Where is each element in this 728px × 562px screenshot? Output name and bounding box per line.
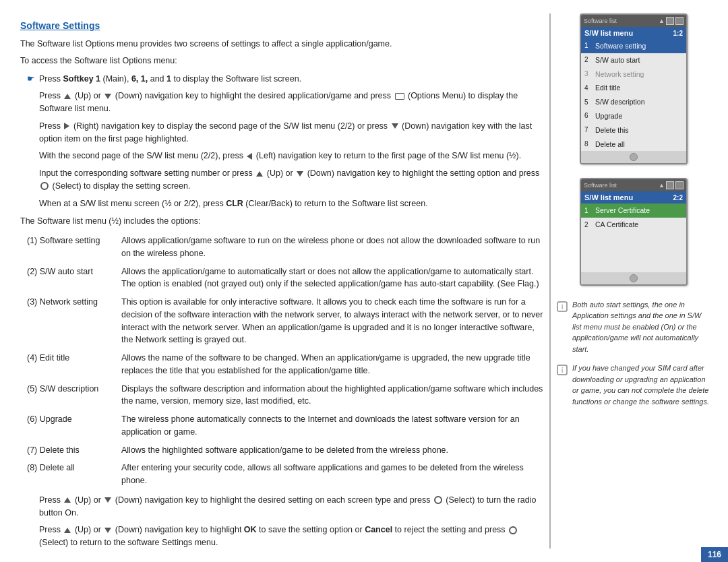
option-item-6: (6) Upgrade The wireless phone automatic… — [27, 413, 546, 439]
bullet-item-6: When at a S/W list menu screen (½ or 2/2… — [20, 197, 546, 210]
bullet-text-4: With the second page of the S/W list men… — [39, 150, 521, 162]
bullet-item-5: Input the corresponding software setting… — [20, 167, 546, 193]
option-label-6: (6) Upgrade — [27, 413, 121, 439]
options-list: (1) Software setting Allows application/… — [27, 235, 546, 487]
phone-item-num-2-2: 2 — [584, 220, 593, 230]
phone-menu-item-1-6: 6 Upgrade — [581, 109, 686, 123]
note-item-2: i If you have changed your SIM card afte… — [556, 363, 711, 407]
divider-line — [549, 13, 551, 549]
phone-item-num-1-5: 5 — [584, 97, 593, 108]
main-content: Software Settings The Software list Opti… — [20, 20, 546, 542]
phone-item-label-1-6: Upgrade — [595, 111, 622, 122]
option-label-1: (1) Software setting — [27, 235, 121, 260]
option-desc-8: After entering your security code, allow… — [121, 462, 546, 487]
phone-header-1: S/W list menu 1:2 — [581, 27, 686, 39]
phone-item-num-1-3: 3 — [584, 69, 593, 80]
note-text-1: Both auto start settings, the one in App… — [572, 299, 711, 355]
section-title: Software Settings — [20, 20, 546, 31]
phone-status-text-2: Software list — [584, 182, 617, 189]
option-item-8: (8) Delete all After entering your secur… — [27, 462, 546, 487]
option-desc-6: The wireless phone automatically connect… — [121, 413, 546, 439]
option-label-4: (4) Edit title — [27, 352, 121, 377]
phone-item-num-1-7: 7 — [584, 125, 593, 135]
bullet-item-1: ☛ Press Softkey 1 (Main), 6, 1, and 1 to… — [20, 73, 546, 86]
option-desc-1: Allows application/game software to run … — [121, 235, 546, 260]
bottom-notes: Press (Up) or (Down) navigation key to h… — [20, 494, 546, 549]
status-icon-signal-2 — [666, 181, 674, 189]
phone-menu-item-1-1: 1 Software setting — [581, 39, 686, 53]
phone-item-label-1-4: Edit title — [595, 82, 620, 94]
bullet-item-4: With the second page of the S/W list men… — [20, 150, 546, 162]
option-item-1: (1) Software setting Allows application/… — [27, 235, 546, 260]
bottom-bullet-text-2: Press (Up) or (Down) navigation key to h… — [39, 524, 546, 549]
phone-item-num-1-1: 1 — [584, 40, 593, 51]
phone-item-label-2-1: Server Certificate — [595, 205, 650, 216]
bullet-text-3: Press (Right) navigation key to display … — [39, 120, 546, 146]
phone-spacer-2 — [581, 232, 686, 272]
phone-mockup-1: Software list ▲ S/W list menu 1:2 1 Soft… — [580, 13, 688, 164]
phone-page-num-2: 2:2 — [673, 194, 683, 201]
bullet-text-1: Press Softkey 1 (Main), 6, 1, and 1 to d… — [39, 73, 301, 86]
right-panel: Software list ▲ S/W list menu 1:2 1 Soft… — [556, 13, 711, 415]
phone-item-num-1-4: 4 — [584, 83, 593, 94]
phone-status-icons-1: ▲ — [659, 17, 684, 25]
phone-menu-item-2-2: 2 CA Certificate — [581, 218, 686, 232]
phone-item-label-2-2: CA Certificate — [595, 219, 638, 230]
bullet-item-2: Press (Up) or (Down) navigation key to h… — [20, 90, 546, 115]
option-item-5: (5) S/W description Displays the softwar… — [27, 383, 546, 408]
option-item-4: (4) Edit title Allows the name of the so… — [27, 352, 546, 377]
phone-menu-item-1-4: 4 Edit title — [581, 81, 686, 95]
phone-menu-item-2-1: 1 Server Certificate — [581, 204, 686, 218]
bullet-text-6: When at a S/W list menu screen (½ or 2/2… — [39, 197, 428, 210]
phone-menu-item-1-2: 2 S/W auto start — [581, 53, 686, 67]
option-desc-3: This option is available for only intera… — [121, 296, 546, 346]
phone-item-label-1-2: S/W auto start — [595, 55, 640, 66]
bullet-text-5: Input the corresponding software setting… — [39, 167, 546, 193]
phone-item-label-1-5: S/W description — [595, 96, 645, 108]
phone-status-icons-2: ▲ — [659, 181, 684, 189]
phone-status-bar-1: Software list ▲ — [581, 15, 686, 27]
bullet-list: ☛ Press Softkey 1 (Main), 6, 1, and 1 to… — [20, 73, 546, 210]
list-intro: The Software list menu (½) includes the … — [20, 215, 546, 228]
phone-header-label-2: S/W list menu — [584, 193, 633, 201]
bottom-bullet-1: Press (Up) or (Down) navigation key to h… — [20, 494, 546, 520]
phone-header-2: S/W list menu 2:2 — [581, 191, 686, 204]
phone-item-label-1-3: Network setting — [595, 69, 644, 80]
phone-menu-item-1-8: 8 Delete all — [581, 137, 686, 152]
svg-text:i: i — [562, 367, 563, 374]
phone-nav-icon-1 — [630, 153, 638, 161]
status-icon-signal — [666, 17, 674, 25]
page-number: 116 — [701, 547, 728, 562]
phone-item-label-1-7: Delete this — [595, 125, 629, 136]
option-item-7: (7) Delete this Allows the highlighted s… — [27, 444, 546, 457]
option-desc-4: Allows the name of the software to be ch… — [121, 352, 546, 377]
phone-footer-2 — [581, 272, 686, 284]
phone-page-num-1: 1:2 — [673, 30, 683, 37]
bottom-bullet-text-1: Press (Up) or (Down) navigation key to h… — [39, 494, 546, 520]
note-icon-2: i — [556, 364, 568, 376]
phone-footer-1 — [581, 151, 686, 163]
option-label-3: (3) Network setting — [27, 296, 121, 346]
option-desc-2: Allows the application/game to automatic… — [121, 266, 546, 291]
option-label-7: (7) Delete this — [27, 444, 121, 457]
phone-status-text-1: Software list — [584, 18, 617, 24]
option-label-8: (8) Delete all — [27, 462, 121, 487]
phone-mockup-2: Software list ▲ S/W list menu 2:2 1 Serv… — [580, 178, 688, 286]
option-desc-5: Displays the software description and in… — [121, 383, 546, 408]
option-item-2: (2) S/W auto start Allows the applicatio… — [27, 266, 546, 291]
phone-nav-icon-2 — [630, 274, 638, 282]
phone-item-num-1-6: 6 — [584, 111, 593, 121]
phone-item-label-1-1: Software setting — [595, 40, 646, 52]
phone-menu-item-1-5: 5 S/W description — [581, 95, 686, 109]
bottom-bullet-2: Press (Up) or (Down) navigation key to h… — [20, 524, 546, 549]
bullet-item-3: Press (Right) navigation key to display … — [20, 120, 546, 146]
phone-item-label-1-8: Delete all — [595, 139, 625, 150]
svg-text:i: i — [562, 303, 563, 311]
note-icon-1: i — [556, 301, 568, 313]
phone-header-label-1: S/W list menu — [584, 29, 633, 37]
status-icon-battery-2 — [675, 181, 684, 189]
phone-menu-item-1-3: 3 Network setting — [581, 67, 686, 82]
option-desc-7: Allows the highlighted software applicat… — [121, 444, 546, 457]
option-label-5: (5) S/W description — [27, 383, 121, 408]
intro-line-1: The Software list Options menu provides … — [20, 38, 546, 51]
